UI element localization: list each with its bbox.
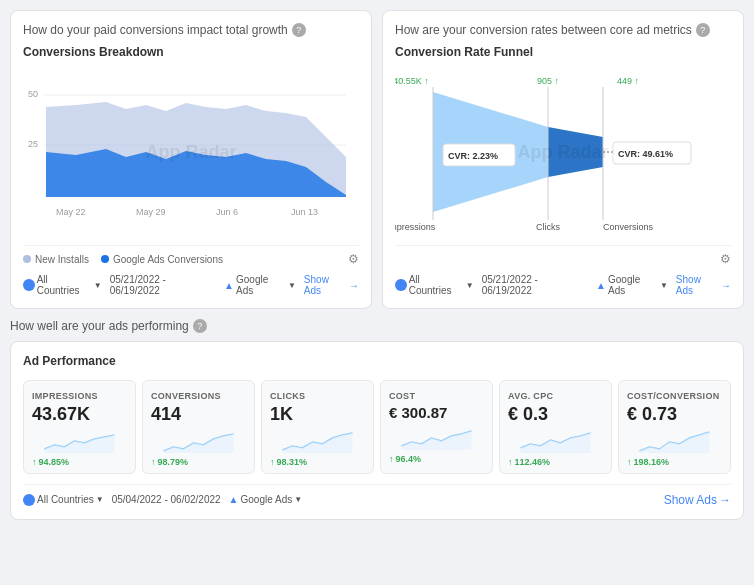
ad-performance-card: Ad Performance IMPRESSIONS 43.67K 94.8: [10, 341, 744, 520]
label-conversions: CONVERSIONS: [151, 391, 246, 401]
filter-bar-bottom: All Countries ▼ 05/04/2022 - 06/02/2022 …: [23, 494, 302, 506]
svg-text:Jun 6: Jun 6: [216, 207, 238, 217]
gads-icon-bottom: ▲: [229, 494, 239, 505]
platform-label-left: Google Ads: [236, 274, 286, 296]
platform-label-right: Google Ads: [608, 274, 658, 296]
change-value-cost-conversion: 198.16%: [634, 457, 670, 467]
change-conversions: 98.79%: [151, 457, 246, 467]
svg-text:449 ↑: 449 ↑: [617, 76, 639, 86]
change-avg-cpc: 112.46%: [508, 457, 603, 467]
bottom-footer: All Countries ▼ 05/04/2022 - 06/02/2022 …: [23, 484, 731, 507]
country-label-right: All Countries: [409, 274, 464, 296]
legend-label-google-ads: Google Ads Conversions: [113, 254, 223, 265]
show-ads-left[interactable]: Show Ads →: [304, 274, 359, 296]
metric-impressions: IMPRESSIONS 43.67K 94.85%: [23, 380, 136, 474]
funnel-right: [548, 127, 603, 177]
svg-text:CVR: 2.23%: CVR: 2.23%: [448, 151, 498, 161]
country-filter-bottom[interactable]: All Countries ▼: [23, 494, 104, 506]
value-cost: € 300.87: [389, 405, 484, 422]
value-impressions: 43.67K: [32, 405, 127, 425]
change-value-impressions: 94.85%: [39, 457, 70, 467]
platform-label-bottom: Google Ads: [241, 494, 293, 505]
metric-cost: COST € 300.87 96.4%: [380, 380, 493, 474]
country-filter-right[interactable]: All Countries ▼: [395, 274, 474, 296]
conversions-breakdown-card: How do your paid conversions impact tota…: [10, 10, 372, 309]
arrow-show-ads-bottom: →: [719, 493, 731, 507]
page-container: How do your paid conversions impact tota…: [0, 0, 754, 530]
chart-clicks: [270, 429, 365, 453]
chart-footer-right: ⚙: [395, 245, 731, 266]
arrow-show-ads-right: →: [721, 280, 731, 291]
platform-filter-right[interactable]: ▲ Google Ads ▼: [596, 274, 668, 296]
conversions-chart-area: App Radar 50 25 Ma: [23, 67, 359, 237]
label-cost: COST: [389, 391, 484, 401]
show-ads-label-left: Show Ads: [304, 274, 347, 296]
arrow-bottom-platform: ▼: [294, 495, 302, 504]
date-range-left: 05/21/2022 - 06/19/2022: [110, 274, 216, 296]
show-ads-right[interactable]: Show Ads →: [676, 274, 731, 296]
svg-text:CVR: 49.61%: CVR: 49.61%: [618, 149, 673, 159]
globe-icon-bottom: [23, 494, 35, 506]
metric-clicks: CLICKS 1K 98.31%: [261, 380, 374, 474]
svg-text:May 22: May 22: [56, 207, 86, 217]
label-clicks: CLICKS: [270, 391, 365, 401]
change-impressions: 94.85%: [32, 457, 127, 467]
chart-title-funnel: Conversion Rate Funnel: [395, 45, 731, 59]
show-ads-bottom[interactable]: Show Ads →: [664, 493, 731, 507]
change-cost-conversion: 198.16%: [627, 457, 722, 467]
change-value-clicks: 98.31%: [277, 457, 308, 467]
top-row: How do your paid conversions impact tota…: [10, 10, 744, 309]
country-filter-left[interactable]: All Countries ▼: [23, 274, 102, 296]
arrow-show-ads-left: →: [349, 280, 359, 291]
change-cost: 96.4%: [389, 454, 484, 464]
country-label-left: All Countries: [37, 274, 92, 296]
arrow-left-country: ▼: [94, 281, 102, 290]
chart-impressions: [32, 429, 127, 453]
svg-text:Impressions: Impressions: [395, 222, 436, 232]
date-filter-right[interactable]: 05/21/2022 - 06/19/2022: [482, 274, 588, 296]
funnel-chart-area: App Radar CVR: 2.23% CVR: 49.61%: [395, 67, 731, 237]
arrow-right-country: ▼: [466, 281, 474, 290]
platform-filter-left[interactable]: ▲ Google Ads ▼: [224, 274, 296, 296]
legend-dot-google-ads: [101, 255, 109, 263]
y-label-50: 50: [28, 89, 38, 99]
svg-text:Jun 13: Jun 13: [291, 207, 318, 217]
help-icon-left[interactable]: ?: [292, 23, 306, 37]
legend-label-new-installs: New Installs: [35, 254, 89, 265]
show-ads-label-right: Show Ads: [676, 274, 719, 296]
section-title-left: How do your paid conversions impact tota…: [23, 23, 359, 37]
metrics-row: IMPRESSIONS 43.67K 94.85% CONVER: [23, 380, 731, 474]
section-title-left-text: How do your paid conversions impact tota…: [23, 23, 288, 37]
value-avg-cpc: € 0.3: [508, 405, 603, 425]
change-clicks: 98.31%: [270, 457, 365, 467]
help-icon-right[interactable]: ?: [696, 23, 710, 37]
bottom-section: How well are your ads performing ? Ad Pe…: [10, 319, 744, 520]
settings-icon-right[interactable]: ⚙: [720, 252, 731, 266]
ad-performance-title: Ad Performance: [23, 354, 731, 368]
label-cost-conversion: COST/CONVERSION: [627, 391, 722, 401]
country-label-bottom: All Countries: [37, 494, 94, 505]
change-value-avg-cpc: 112.46%: [515, 457, 551, 467]
date-filter-bottom[interactable]: 05/04/2022 - 06/02/2022: [112, 494, 221, 505]
svg-text:Conversions: Conversions: [603, 222, 654, 232]
globe-icon-left: [23, 279, 35, 291]
date-filter-left[interactable]: 05/21/2022 - 06/19/2022: [110, 274, 216, 296]
chart-cost-conversion: [627, 429, 722, 453]
value-conversions: 414: [151, 405, 246, 425]
date-range-right: 05/21/2022 - 06/19/2022: [482, 274, 588, 296]
gads-icon-right: ▲: [596, 280, 606, 291]
metric-avg-cpc: AVG. CPC € 0.3 112.46%: [499, 380, 612, 474]
label-impressions: IMPRESSIONS: [32, 391, 127, 401]
chart-conversions: [151, 429, 246, 453]
settings-icon-left[interactable]: ⚙: [348, 252, 359, 266]
platform-filter-bottom[interactable]: ▲ Google Ads ▼: [229, 494, 303, 505]
legend-dot-new-installs: [23, 255, 31, 263]
change-value-conversions: 98.79%: [158, 457, 189, 467]
svg-text:905 ↑: 905 ↑: [537, 76, 559, 86]
svg-text:Clicks: Clicks: [536, 222, 560, 232]
metric-conversions: CONVERSIONS 414 98.79%: [142, 380, 255, 474]
arrow-bottom-country: ▼: [96, 495, 104, 504]
help-icon-bottom[interactable]: ?: [193, 319, 207, 333]
section-title-right-text: How are your conversion rates between co…: [395, 23, 692, 37]
label-avg-cpc: AVG. CPC: [508, 391, 603, 401]
